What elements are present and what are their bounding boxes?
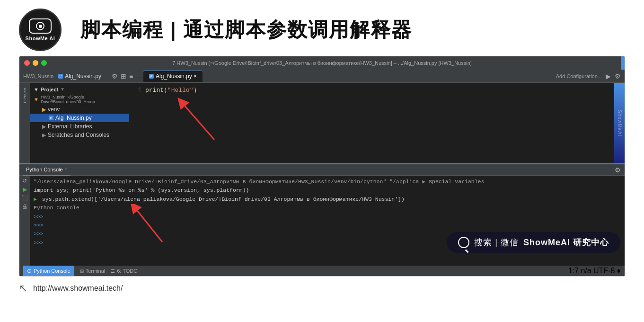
search-badge-brand: ShowMeAI 研究中心 (523, 237, 609, 248)
console-close-icon[interactable]: × (65, 167, 68, 172)
gear-icon[interactable]: ⚙ (112, 72, 118, 80)
special-vars: Special Variables (429, 179, 484, 185)
search-badge: 搜索 | 微信 ShowMeAI 研究中心 (447, 232, 620, 253)
python-console-tab[interactable]: Python Console × (23, 164, 71, 176)
ext-libs-icon: ▶ (42, 124, 46, 130)
maximize-button[interactable] (41, 60, 47, 66)
terminal-status-tab[interactable]: ⊞ Terminal (80, 268, 106, 274)
python-console-status-label: Python Console (34, 268, 71, 274)
code-line-1: 1 print("Hello") (131, 87, 612, 96)
tree-scratches[interactable]: ▶ Scratches and Consoles (30, 131, 129, 139)
print-keyword: print (145, 87, 164, 94)
root-folder-label: HW3_Nussin ~/Google Drive/!Bioinf_drive/… (41, 95, 125, 104)
alg-file-label: Alg_Nussin.py (55, 115, 92, 121)
hw3-tab[interactable]: HW3_Nussin (23, 73, 53, 79)
console-run-icon[interactable]: ▶ (23, 186, 27, 193)
project-tab[interactable]: 1: Project (22, 85, 28, 107)
console-print-icon[interactable]: 🖨 (22, 203, 27, 210)
scratches-icon: ▶ (42, 132, 46, 138)
console-import-text: import sys; print('Python %s on %s' % (s… (34, 187, 249, 193)
todo-status-label: 6: TODO (117, 268, 138, 274)
console-python-console-label: Python Console (34, 204, 621, 212)
active-tab-label: Alg_Nussin.py × (156, 73, 197, 80)
ext-libs-label: External Libraries (48, 123, 92, 130)
folder-icon: ▼ (34, 97, 39, 102)
console-left-tabs: ↺ ▶ ⬛ 🖨 (19, 176, 30, 266)
red-arrow-1 (167, 97, 224, 144)
page-title: 脚本编程 | 通过脚本参数调用解释器 (80, 17, 412, 43)
expand-icon[interactable]: ⊞ (121, 72, 126, 80)
status-info: 1:7 n/a UTF-8 ♦ (568, 267, 621, 275)
settings-icon[interactable]: ≡ (129, 72, 133, 80)
alg-tab-label[interactable]: Alg_Nussin.py (65, 73, 101, 80)
ide-main: 1: Project ▼ Project ▾ ▼ HW3_Nussin ~/Go… (19, 83, 625, 163)
python-console-label: Python Console (26, 167, 63, 172)
py-file-icon: P (49, 116, 53, 120)
titlebar: 7 HW3_Nussin [~/Google Drive/!Bioinf_dri… (19, 56, 625, 70)
minimize-button[interactable] (33, 60, 38, 66)
dropdown-icon: ▼ (34, 87, 39, 92)
status-right: 1:7 n/a UTF-8 ♦ (568, 267, 621, 275)
close-button[interactable] (24, 60, 30, 66)
ide-tabbar: HW3_Nussin P Alg_Nussin.py ⚙ ⊞ ≡ — P Alg… (19, 70, 625, 83)
code-editor: 1 print("Hello") (129, 83, 614, 163)
console-sys-path-text: sys.path.extend(['/Users/alena_paliakova… (42, 196, 405, 202)
titlebar-accent (621, 56, 625, 70)
logo-pupil (39, 25, 42, 28)
side-tabs: 1: Project (19, 83, 30, 163)
terminal-status-label: Terminal (86, 268, 106, 274)
watermark-text: ShowMeAI (617, 110, 622, 136)
console-import-line: import sys; print('Python %s on %s' % (s… (34, 186, 621, 195)
tree-venv-folder[interactable]: ▶ venv (30, 105, 129, 114)
logo: ShowMe AI (19, 9, 62, 51)
console-path: "/Users/alena_paliakova/Google Drive/!Bi… (34, 179, 419, 185)
dropdown-caret: ▾ (61, 86, 64, 92)
console-cmd-line: "/Users/alena_paliakova/Google Drive/!Bi… (34, 178, 621, 186)
active-py-icon: P (149, 74, 154, 79)
string-literal: "Hello" (168, 87, 194, 94)
traffic-lights (24, 60, 47, 66)
line-num-1: 1 (131, 87, 145, 93)
console-tabbar: Python Console × ⚙ (19, 164, 625, 176)
console-stop-icon[interactable]: ⬛ (21, 195, 28, 201)
console-prompt-1 (34, 213, 621, 221)
venv-folder-icon: ▶ (42, 107, 46, 113)
tree-ext-libs[interactable]: ▶ External Libraries (30, 122, 129, 131)
todo-icon: ☰ (111, 268, 115, 274)
console-settings-icon[interactable]: ⚙ (615, 166, 621, 174)
tree-header: ▼ Project ▾ (30, 85, 129, 94)
terminal-icon: ⊞ (80, 268, 84, 274)
debug-icon[interactable]: ⚙ (615, 72, 621, 80)
search-icon (458, 237, 469, 248)
ide-screenshot: 7 HW3_Nussin [~/Google Drive/!Bioinf_dri… (0, 56, 644, 277)
tree-root-folder[interactable]: ▼ HW3_Nussin ~/Google Drive/!Bioinf_driv… (30, 94, 129, 105)
project-label: Project (41, 87, 58, 92)
console-icon: ⊙ (27, 268, 32, 274)
search-badge-prefix: 搜索 | 微信 (474, 237, 519, 248)
file-tree: ▼ Project ▾ ▼ HW3_Nussin ~/Google Drive/… (30, 83, 129, 163)
console-prompt-2 (34, 221, 621, 230)
right-watermark: ShowMeAI (614, 83, 625, 163)
active-file-tab[interactable]: P Alg_Nussin.py × (143, 71, 203, 82)
venv-label: venv (48, 106, 60, 113)
console-area: Python Console × ⚙ ↺ ▶ ⬛ 🖨 " (19, 163, 625, 276)
console-sys-path-line: sys.path.extend(['/Users/alena_paliakova… (34, 195, 621, 204)
console-reload-icon[interactable]: ↺ (22, 178, 27, 184)
py-icon: P (58, 74, 63, 79)
logo-frame (29, 18, 52, 34)
logo-text: ShowMe AI (26, 36, 55, 41)
logo-eye (36, 22, 44, 30)
todo-status-tab[interactable]: ☰ 6: TODO (111, 268, 138, 274)
py-console-label: Python Console (34, 205, 79, 211)
footer: ↖ http://www.showmeai.tech/ (0, 277, 644, 300)
scratches-label: Scratches and Consoles (48, 132, 109, 138)
python-console-status-tab[interactable]: ⊙ Python Console (23, 266, 74, 276)
minimize-icon[interactable]: — (136, 72, 142, 80)
titlebar-text: 7 HW3_Nussin [~/Google Drive/!Bioinf_dri… (172, 60, 472, 66)
tree-alg-file[interactable]: P Alg_Nussin.py (30, 114, 129, 122)
run-icon[interactable]: ▶ (606, 72, 611, 80)
arrow-right: ▶ (422, 179, 425, 185)
header: ShowMe AI 脚本编程 | 通过脚本参数调用解释器 (0, 0, 644, 56)
add-config-btn[interactable]: Add Configuration... (556, 73, 602, 79)
statusbar: ⊙ Python Console ⊞ Terminal ☰ 6: TODO 1:… (19, 266, 625, 276)
